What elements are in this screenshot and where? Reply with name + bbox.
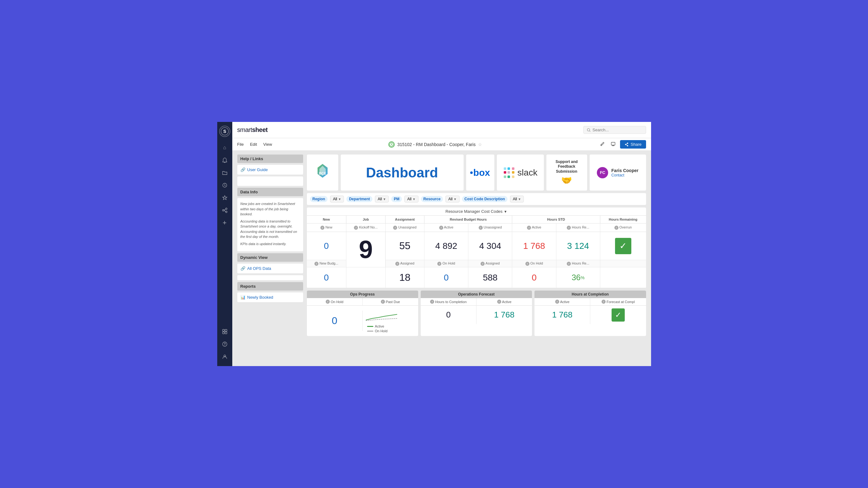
svg-rect-23	[512, 171, 515, 174]
cell-assigned-val: 18	[385, 267, 425, 288]
hours-completion-header: Hours at Completion	[534, 291, 646, 298]
cell-on-hold-std-header: i On Hold	[512, 260, 556, 267]
all-ops-data-link[interactable]: 🔗 All OPS Data	[237, 264, 303, 273]
connections-icon[interactable]	[219, 205, 230, 216]
ops-forecast-header: Operations Forecast	[421, 291, 532, 298]
svg-rect-25	[504, 167, 506, 170]
dashboard-grid: Help / Links 🔗 User Guide Data Info New …	[237, 154, 646, 336]
side-icon-bar: S ⌂	[217, 122, 232, 366]
present-icon[interactable]	[610, 140, 617, 149]
grid-apps-icon[interactable]	[219, 326, 230, 337]
contact-card[interactable]: FC Faris Cooper Contact	[590, 154, 646, 190]
cell-on-hold-rbh-header: i On Hold	[425, 260, 468, 267]
cost-code-filter[interactable]: All ▼	[510, 195, 524, 203]
cell-new-budget-val: 0	[307, 267, 346, 288]
overrun-check-icon: ✓	[615, 238, 631, 254]
ops-progress-section: Ops Progress i On Hold i Past Due	[307, 291, 418, 336]
contact-link[interactable]: Contact	[611, 173, 638, 177]
resource-filter[interactable]: All ▼	[445, 195, 459, 203]
ops-progress-header: Ops Progress	[307, 291, 418, 298]
info-icon-hours-re-std: i	[567, 226, 571, 230]
user-profile-icon[interactable]	[219, 351, 230, 362]
pm-filter[interactable]: All ▼	[404, 195, 418, 203]
box-logo-card[interactable]: box	[466, 154, 494, 190]
svg-rect-28	[512, 176, 515, 178]
svg-rect-9	[225, 332, 227, 334]
search-icon	[587, 128, 591, 132]
scrollable-content: Help / Links 🔗 User Guide Data Info New …	[232, 151, 651, 366]
dashboard-title: Dashboard	[366, 165, 438, 181]
info-icon-active-forecast: i	[497, 300, 501, 304]
share-button[interactable]: Share	[620, 140, 646, 149]
dashboard-title-card: Dashboard	[341, 154, 464, 190]
svg-point-3	[222, 210, 224, 211]
box-text: box	[473, 167, 490, 178]
sub-header-kickoff: i Kickoff No...	[346, 223, 385, 232]
chart-legend: Active On Hold	[365, 323, 416, 335]
info-icon-onhold-rbh: i	[437, 262, 441, 266]
forecast-hours-val: 0	[421, 306, 476, 324]
history-icon[interactable]	[219, 180, 230, 191]
hac-forecast-col: i Forecast at Compl	[590, 298, 646, 305]
help-circle-icon[interactable]: ?	[219, 338, 230, 350]
slack-text: slack	[518, 168, 537, 178]
user-guide-link[interactable]: 🔗 User Guide	[237, 165, 303, 175]
menu-file[interactable]: File	[237, 142, 244, 147]
svg-rect-7	[225, 329, 227, 331]
menu-edit[interactable]: Edit	[250, 142, 257, 147]
cell-unassigned-val: 55	[385, 232, 425, 260]
banner-row: BCE Dashboard box	[307, 154, 646, 190]
folder-icon[interactable]	[219, 167, 230, 178]
edit-pencil-icon[interactable]	[599, 140, 606, 149]
region-label: Region	[310, 196, 328, 202]
add-icon[interactable]: +	[219, 217, 230, 228]
search-input[interactable]	[592, 128, 642, 132]
favorite-icon[interactable]: ☆	[478, 142, 482, 147]
slack-logo-card[interactable]: slack	[497, 154, 544, 190]
app-logo-icon[interactable]: S	[219, 126, 230, 137]
table-row-3: 0 18 0	[307, 267, 646, 288]
hac-forecast-val: ✓	[590, 307, 646, 323]
contact-avatar: FC	[597, 167, 608, 178]
reports-header: Reports	[237, 282, 303, 291]
info-icon-unassigned-rbh: i	[479, 226, 483, 230]
department-filter[interactable]: All ▼	[375, 195, 389, 203]
ops-on-hold-col: i On Hold	[307, 298, 363, 305]
data-info-text-1: New jobs are created in Smartsheet withi…	[241, 201, 300, 217]
box-logo: box	[470, 167, 490, 178]
cell-unassigned-rbh-val: 4 304	[468, 232, 512, 260]
ops-past-due-col: i Past Due	[363, 298, 418, 305]
bell-icon[interactable]	[219, 154, 230, 166]
share-icon	[624, 142, 629, 147]
svg-point-4	[225, 208, 227, 210]
info-icon-on-hold: i	[326, 300, 330, 304]
top-bar: smartsheet	[232, 122, 651, 138]
home-icon[interactable]: ⌂	[219, 142, 230, 153]
right-content: BCE Dashboard box	[307, 154, 646, 336]
data-info-card: New jobs are created in Smartsheet withi…	[237, 198, 303, 251]
data-info-text-3: KPIs data is updated instantly.	[241, 241, 300, 247]
resource-label: Resource	[421, 196, 443, 202]
support-card[interactable]: Support and Feedback Submission 🤝	[547, 154, 587, 190]
star-nav-icon[interactable]	[219, 192, 230, 204]
forecast-active-col: i Active	[476, 298, 532, 305]
info-icon-overrun: i	[614, 226, 618, 230]
ops-chart	[365, 307, 416, 323]
info-icon-active-rbh: i	[439, 226, 443, 230]
svg-rect-27	[504, 176, 506, 178]
sub-header-active-rbh: i Active	[425, 223, 468, 232]
search-box[interactable]	[583, 126, 646, 134]
newly-booked-link[interactable]: 📊 Newly Booked	[237, 293, 303, 302]
cell-active-std-val: 1 768	[512, 232, 556, 260]
support-title: Support and Feedback Submission	[550, 159, 584, 174]
cell-new-budget-header: i New Budg...	[307, 260, 346, 267]
contact-info: Faris Cooper Contact	[611, 168, 638, 177]
region-filter[interactable]: All ▼	[330, 195, 344, 203]
menu-view[interactable]: View	[263, 142, 272, 147]
sub-header-unassigned: i Unassigned	[385, 223, 425, 232]
svg-text:S: S	[223, 129, 226, 134]
sub-header-unassigned-rbh: i Unassigned	[468, 223, 512, 232]
left-sidebar: Help / Links 🔗 User Guide Data Info New …	[237, 154, 303, 336]
toolbar-actions: Share	[599, 140, 646, 149]
info-icon-htc: i	[430, 300, 434, 304]
